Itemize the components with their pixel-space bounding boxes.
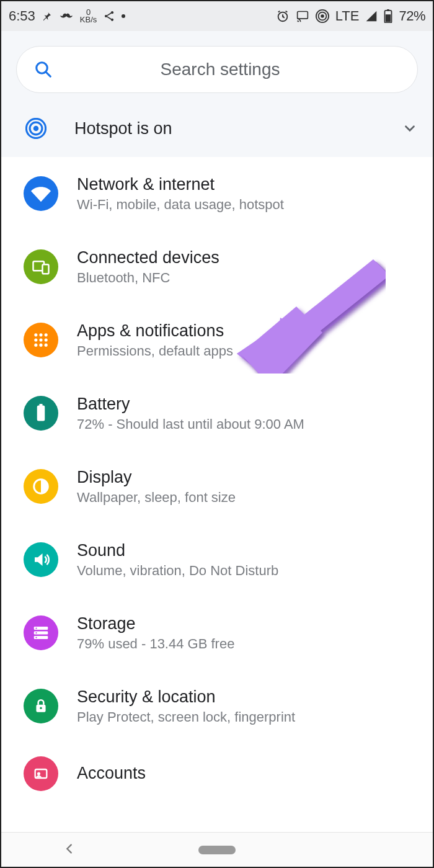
row-battery[interactable]: Battery 72% - Should last until about 9:… xyxy=(1,377,433,450)
speed-indicator: 0 KB/s xyxy=(80,9,97,23)
settings-list: Network & internet Wi-Fi, mobile, data u… xyxy=(1,157,433,791)
svg-rect-17 xyxy=(43,264,49,274)
row-accounts[interactable]: Accounts xyxy=(1,743,433,791)
svg-point-20 xyxy=(45,333,48,336)
row-title: Display xyxy=(77,468,236,487)
hotspot-banner[interactable]: Hotspot is on xyxy=(1,101,433,157)
apps-icon xyxy=(24,323,58,357)
status-time: 6:53 xyxy=(9,8,35,24)
hotspot-icon xyxy=(24,118,48,139)
search-area: Search settings xyxy=(1,31,433,101)
svg-point-35 xyxy=(35,637,37,638)
svg-point-23 xyxy=(45,338,48,341)
row-apps-notifications[interactable]: Apps & notifications Permissions, defaul… xyxy=(1,303,433,377)
svg-point-22 xyxy=(39,338,42,341)
svg-rect-27 xyxy=(37,406,45,421)
svg-point-25 xyxy=(39,344,42,347)
svg-rect-28 xyxy=(40,404,43,406)
row-sub: Bluetooth, NFC xyxy=(77,270,219,286)
row-sub: Volume, vibration, Do Not Disturb xyxy=(77,563,278,579)
display-icon xyxy=(24,469,58,504)
battery-icon xyxy=(384,9,392,23)
svg-point-26 xyxy=(45,344,48,347)
row-display[interactable]: Display Wallpaper, sleep, font size xyxy=(1,450,433,523)
row-connected-devices[interactable]: Connected devices Bluetooth, NFC xyxy=(1,230,433,303)
svg-point-39 xyxy=(37,772,40,775)
svg-point-19 xyxy=(39,333,42,336)
svg-point-33 xyxy=(35,627,37,629)
row-title: Sound xyxy=(77,541,278,560)
row-title: Storage xyxy=(77,614,234,633)
row-title: Security & location xyxy=(77,687,295,707)
svg-point-13 xyxy=(33,126,39,132)
row-network-internet[interactable]: Network & internet Wi-Fi, mobile, data u… xyxy=(1,157,433,230)
svg-rect-4 xyxy=(297,12,308,19)
row-storage[interactable]: Storage 79% used - 13.44 GB free xyxy=(1,596,433,669)
wifi-icon xyxy=(24,176,58,211)
alarm-icon xyxy=(276,9,290,23)
battery-text: 72% xyxy=(399,8,425,24)
svg-point-34 xyxy=(35,632,37,633)
row-title: Connected devices xyxy=(77,248,219,267)
lock-icon xyxy=(24,689,58,723)
row-sound[interactable]: Sound Volume, vibration, Do Not Disturb xyxy=(1,523,433,596)
row-title: Accounts xyxy=(77,764,146,783)
status-left: 6:53 0 KB/s xyxy=(9,8,125,24)
devices-icon xyxy=(24,249,58,284)
mustache-icon xyxy=(59,12,74,20)
row-security-location[interactable]: Security & location Play Protect, screen… xyxy=(1,669,433,743)
row-sub: Permissions, default apps xyxy=(77,343,233,359)
row-sub: Play Protect, screen lock, fingerprint xyxy=(77,709,295,725)
row-sub: 72% - Should last until about 9:00 AM xyxy=(77,416,304,432)
storage-icon xyxy=(24,615,58,650)
battery-setting-icon xyxy=(24,396,58,431)
speed-unit: KB/s xyxy=(80,16,97,24)
svg-rect-9 xyxy=(388,9,390,11)
svg-rect-10 xyxy=(386,14,391,22)
share-icon xyxy=(103,10,115,22)
nav-back-button[interactable] xyxy=(63,842,76,858)
search-placeholder: Search settings xyxy=(40,60,400,79)
banner-title: Hotspot is on xyxy=(74,119,402,138)
row-title: Apps & notifications xyxy=(77,321,233,341)
network-type: LTE xyxy=(335,8,360,24)
row-title: Network & internet xyxy=(77,175,284,194)
row-sub: Wallpaper, sleep, font size xyxy=(77,490,236,506)
signal-icon xyxy=(365,10,378,22)
svg-point-24 xyxy=(34,344,37,347)
dot-icon xyxy=(122,14,125,18)
svg-point-18 xyxy=(34,333,37,336)
account-icon xyxy=(24,756,58,791)
row-title: Battery xyxy=(77,395,304,414)
status-bar: 6:53 0 KB/s LTE 72% xyxy=(1,1,433,31)
cast-icon xyxy=(296,10,309,22)
status-right: LTE 72% xyxy=(276,8,425,24)
android-nav-bar xyxy=(1,832,433,867)
svg-point-37 xyxy=(40,707,42,709)
pin-icon xyxy=(42,11,53,22)
row-sub: 79% used - 13.44 GB free xyxy=(77,636,234,652)
row-sub: Wi-Fi, mobile, data usage, hotspot xyxy=(77,197,284,213)
nav-home-pill[interactable] xyxy=(198,846,236,854)
sound-icon xyxy=(24,542,58,577)
svg-point-21 xyxy=(34,338,37,341)
search-input[interactable]: Search settings xyxy=(16,46,418,93)
chevron-down-icon xyxy=(402,120,418,136)
hotspot-status-icon xyxy=(316,9,329,23)
svg-point-5 xyxy=(321,14,324,18)
